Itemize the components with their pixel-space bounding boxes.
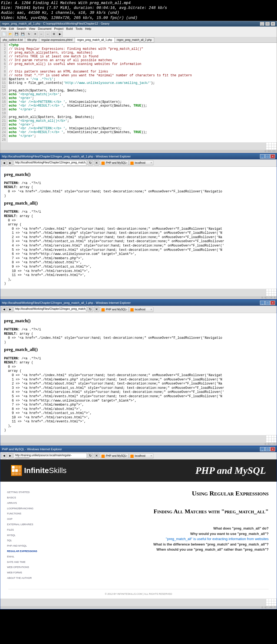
nav-item[interactable]: SQL — [7, 538, 44, 543]
reload-icon[interactable]: ↻ — [26, 31, 32, 37]
minimize-button[interactable]: _ — [260, 22, 264, 26]
browser-tab[interactable]: PHP and MySQL× — [100, 307, 129, 312]
ie-title-text: PHP and MySQL - Windows Internet Explore… — [2, 448, 62, 451]
menu-search[interactable]: Search — [17, 27, 26, 30]
menu-build[interactable]: Build — [66, 27, 73, 30]
tab-close-icon[interactable]: × — [150, 161, 152, 164]
menu-help[interactable]: Help — [85, 27, 91, 30]
nav-item[interactable]: Web Forms — [7, 570, 44, 576]
nav-item[interactable]: Web Operations — [7, 565, 44, 570]
browser-tab[interactable]: localhost× — [129, 307, 153, 312]
nav-item[interactable]: Getting Started — [7, 490, 44, 495]
editor-tab[interactable]: title.php — [25, 37, 39, 42]
back-button[interactable]: ◄ — [1, 307, 7, 312]
editor-tab[interactable]: regex_preg_match_all_1.php — [75, 37, 115, 42]
compile-icon[interactable]: ⚙ — [51, 31, 57, 37]
nav-item[interactable]: Looping/Branching — [7, 506, 44, 511]
tab-close-icon[interactable]: × — [126, 308, 127, 311]
browser-tab[interactable]: PHP and MySQL× — [100, 453, 129, 458]
ie-titlebar[interactable]: http://localhost/WorkingFiles/Chapter12/… — [0, 153, 277, 159]
back-button[interactable]: ◄ — [1, 160, 7, 166]
open-file-icon[interactable]: 📂 — [8, 31, 13, 37]
close-tab-icon[interactable]: ✕ — [32, 31, 38, 37]
close-button[interactable]: × — [270, 447, 275, 451]
nav-item[interactable]: Regular Expressions — [7, 549, 44, 554]
forward-button[interactable]: ► — [8, 453, 13, 458]
nav-item[interactable]: About the Author — [7, 576, 44, 581]
nav-item[interactable]: Functions — [7, 511, 44, 517]
editor-tab[interactable]: regex_preg_match_all_2.php — [114, 37, 154, 42]
nav-item[interactable]: Basics — [7, 495, 44, 501]
nav-item[interactable]: Files — [7, 527, 44, 533]
nav-item[interactable]: Date and Time — [7, 560, 44, 565]
editor-tab[interactable]: regular-expressions.phtml — [39, 37, 75, 42]
menu-file[interactable]: File — [1, 27, 6, 30]
address-bar[interactable]: http://localhost/WorkingFiles/Chapter12/… — [14, 160, 87, 166]
tab-close-icon[interactable]: × — [126, 161, 127, 164]
address-bar[interactable]: http://localhost/WorkingFiles/Chapter12/… — [14, 307, 87, 312]
geany-titlebar[interactable]: regex_preg_match_all_1.php - C:\xampp\ht… — [0, 21, 277, 27]
pixel-grid-icon — [266, 599, 277, 606]
file-line: File: 4. 1204 Finding All Matches With p… — [1, 1, 276, 5]
code-editor[interactable]: 1234567891011121314151617181920212223242… — [0, 43, 277, 142]
geany-menubar: FileEditSearchViewDocumentProjectBuildTo… — [0, 27, 277, 31]
new-file-icon[interactable]: 📄 — [1, 31, 7, 37]
editor-tab[interactable]: php_outline-4.txt — [0, 37, 25, 42]
nav-item[interactable]: Arrays — [7, 501, 44, 506]
close-button[interactable]: × — [270, 301, 275, 305]
maximize-button[interactable]: □ — [265, 447, 270, 451]
address-bar[interactable]: http://training.unlikelysource.local/mai… — [14, 453, 87, 458]
close-button[interactable]: × — [270, 154, 275, 159]
training-footer: © 2012 by InfiniteSkills.com | All right… — [8, 589, 269, 599]
code-area[interactable]: <?php// Using Regular Expressions: Findi… — [8, 43, 277, 142]
minimize-button[interactable]: _ — [260, 154, 265, 159]
video-line: Video: h264, yuv420p, 1280x720, 205 kb/s… — [1, 15, 276, 20]
pattern-label: PATTERN: — [4, 181, 20, 185]
nav-item[interactable]: External Libraries — [7, 522, 44, 527]
ie-titlebar[interactable]: http://localhost/WorkingFiles/Chapter12/… — [0, 300, 277, 306]
save-icon[interactable]: 💾 — [14, 31, 19, 37]
stop-button[interactable]: ✕ — [94, 453, 99, 458]
tab-close-icon[interactable]: × — [126, 454, 127, 457]
maximize-button[interactable]: □ — [265, 22, 270, 26]
stop-button[interactable]: ✕ — [94, 160, 99, 166]
maximize-button[interactable]: □ — [265, 301, 270, 305]
nav-item[interactable]: PHP and MySQL — [7, 543, 44, 549]
nav-item[interactable]: MySQL — [7, 533, 44, 538]
refresh-button[interactable]: ↻ — [88, 453, 93, 458]
refresh-button[interactable]: ↻ — [88, 160, 93, 166]
forward-icon[interactable]: → — [45, 31, 50, 37]
tab-close-icon[interactable]: × — [150, 308, 152, 311]
menu-edit[interactable]: Edit — [9, 27, 14, 30]
result-label: RESULT: — [4, 361, 18, 364]
browser-tab[interactable]: localhost× — [129, 160, 153, 165]
nav-item[interactable]: OOP — [7, 517, 44, 522]
pattern-value: /<a .*?>/i — [22, 181, 41, 185]
browser-tab[interactable]: localhost× — [129, 453, 153, 458]
training-header: InfiniteSkills PHP and MySQL — [0, 459, 277, 482]
stop-button[interactable]: ✕ — [94, 307, 99, 312]
forward-button[interactable]: ► — [8, 160, 13, 166]
menu-tools[interactable]: Tools — [75, 27, 83, 30]
minimize-button[interactable]: _ — [260, 447, 265, 451]
ie-titlebar[interactable]: PHP and MySQL - Windows Internet Explore… — [0, 446, 277, 452]
browser-tab[interactable]: PHP and MySQL× — [100, 160, 129, 165]
save-all-icon[interactable]: 💾 — [20, 31, 25, 37]
menu-project[interactable]: Project — [54, 27, 63, 30]
nav-item[interactable]: Email — [7, 554, 44, 560]
minimize-button[interactable]: _ — [260, 301, 265, 305]
infiniteskills-logo: InfiniteSkills — [11, 465, 67, 476]
heading-preg-match: preg_match() — [4, 172, 273, 178]
maximize-button[interactable]: □ — [265, 154, 270, 159]
forward-button[interactable]: ► — [8, 307, 13, 312]
tab-close-icon[interactable]: × — [150, 454, 152, 457]
refresh-button[interactable]: ↻ — [88, 307, 93, 312]
back-button[interactable]: ◄ — [1, 453, 7, 458]
run-icon[interactable]: ▶ — [57, 31, 63, 37]
menu-view[interactable]: View — [29, 27, 35, 30]
brand-thin: Skills — [49, 466, 67, 475]
menu-document[interactable]: Document — [38, 27, 51, 30]
answer-link[interactable]: "preg_match_all" is useful for extractin… — [52, 536, 269, 542]
close-button[interactable]: × — [271, 22, 275, 26]
back-icon[interactable]: ← — [39, 31, 44, 37]
